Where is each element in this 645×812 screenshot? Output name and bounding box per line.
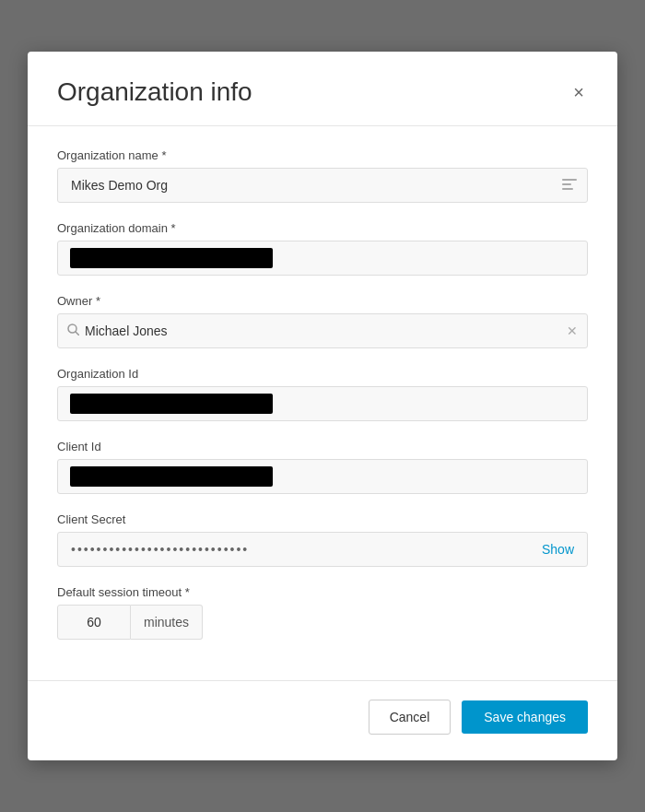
client-secret-label: Client Secret [57,512,588,526]
client-id-redacted [70,466,273,487]
svg-rect-1 [562,183,571,185]
org-name-icon [562,177,577,194]
org-name-group: Organization name * [57,148,588,203]
owner-label: Owner * [57,294,588,308]
client-secret-dots: •••••••••••••••••••••••••••• [71,542,542,557]
clear-owner-icon[interactable]: ✕ [567,324,578,338]
session-timeout-label: Default session timeout * [57,585,588,599]
timeout-row: minutes [57,605,588,640]
save-changes-button[interactable]: Save changes [462,700,588,734]
owner-input-wrapper: ✕ [57,313,588,348]
org-id-label: Organization Id [57,367,588,381]
modal-overlay: Organization info × Organization name * [0,0,645,812]
owner-group: Owner * ✕ [57,294,588,348]
org-name-input-wrapper [57,168,588,203]
org-domain-input-wrapper [57,241,588,276]
search-icon [67,324,79,338]
org-domain-label: Organization domain * [57,221,588,235]
cancel-button[interactable]: Cancel [369,700,452,735]
client-id-label: Client Id [57,440,588,453]
org-id-input-wrapper [57,386,588,421]
modal-body: Organization name * Organization domain … [28,126,617,680]
org-id-redacted [70,394,273,414]
svg-rect-0 [562,179,577,181]
client-id-group: Client Id [57,440,588,494]
timeout-input[interactable] [57,605,131,640]
client-secret-group: Client Secret ••••••••••••••••••••••••••… [57,512,588,567]
modal-footer: Cancel Save changes [28,680,617,760]
svg-line-4 [76,332,79,335]
timeout-unit: minutes [131,605,203,640]
org-domain-group: Organization domain * [57,221,588,276]
session-timeout-group: Default session timeout * minutes [57,585,588,640]
owner-input[interactable] [85,314,567,347]
modal-header: Organization info × [28,52,617,126]
organization-info-modal: Organization info × Organization name * [28,52,617,760]
client-id-input-wrapper [57,459,588,494]
modal-title: Organization info [57,77,252,107]
close-button[interactable]: × [569,79,588,105]
svg-rect-2 [562,188,573,190]
org-name-input[interactable] [57,168,588,203]
org-id-group: Organization Id [57,367,588,421]
org-name-label: Organization name * [57,148,588,162]
org-domain-redacted [70,248,273,268]
show-secret-button[interactable]: Show [542,542,574,557]
client-secret-input-wrapper: •••••••••••••••••••••••••••• Show [57,532,588,567]
